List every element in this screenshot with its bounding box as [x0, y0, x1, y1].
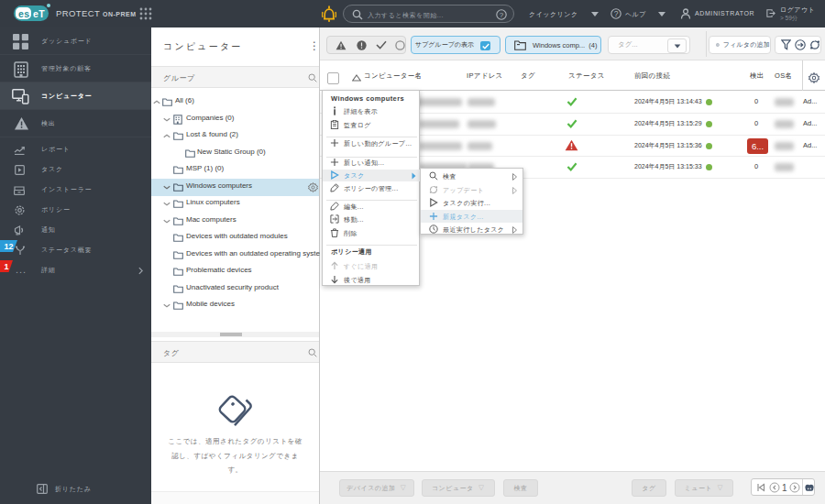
svg-text:?: ? [614, 9, 619, 18]
svg-text:?: ? [500, 11, 504, 19]
